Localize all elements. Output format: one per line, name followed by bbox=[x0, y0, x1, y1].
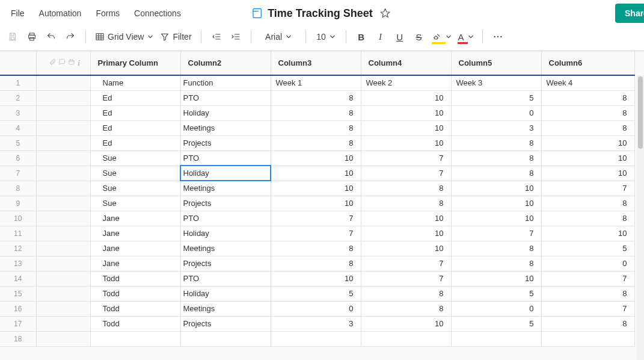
column-header[interactable]: Column4 bbox=[361, 51, 451, 75]
cell[interactable]: 8 bbox=[451, 166, 541, 181]
cell[interactable]: Holiday bbox=[180, 105, 271, 120]
cell[interactable]: Week 3 bbox=[451, 75, 541, 90]
row-gutter[interactable] bbox=[36, 241, 90, 256]
cell[interactable]: 10 bbox=[361, 241, 451, 256]
cell[interactable]: 10 bbox=[541, 151, 634, 166]
cell[interactable]: Todd bbox=[90, 271, 180, 286]
row-gutter[interactable] bbox=[36, 211, 90, 226]
row-gutter[interactable] bbox=[36, 135, 90, 151]
cell[interactable]: Sue bbox=[90, 166, 180, 181]
cell[interactable]: Ed bbox=[90, 105, 180, 120]
cell[interactable]: Ed bbox=[90, 120, 180, 135]
row-number[interactable]: 18 bbox=[0, 331, 36, 346]
cell[interactable]: 10 bbox=[271, 196, 361, 211]
cell[interactable]: 7 bbox=[541, 301, 634, 316]
row-gutter[interactable] bbox=[36, 301, 90, 316]
info-icon[interactable]: i bbox=[78, 58, 80, 68]
cell[interactable]: Projects bbox=[180, 256, 271, 271]
highlight-color-button[interactable] bbox=[429, 28, 454, 45]
print-icon[interactable] bbox=[23, 28, 41, 45]
cell[interactable]: 5 bbox=[271, 286, 361, 301]
cell[interactable]: 7 bbox=[361, 256, 451, 271]
cell[interactable]: PTO bbox=[180, 151, 271, 166]
cell[interactable]: 8 bbox=[541, 286, 634, 301]
row-number[interactable]: 6 bbox=[0, 151, 36, 166]
cell[interactable]: 0 bbox=[451, 105, 541, 120]
row-number[interactable]: 1 bbox=[0, 75, 36, 90]
cell[interactable]: 7 bbox=[541, 181, 634, 196]
cell[interactable]: 10 bbox=[541, 226, 634, 241]
row-number[interactable]: 13 bbox=[0, 256, 36, 271]
row-gutter[interactable] bbox=[36, 151, 90, 166]
row-number[interactable]: 5 bbox=[0, 135, 36, 151]
row-number[interactable]: 4 bbox=[0, 120, 36, 135]
cell[interactable]: 8 bbox=[361, 301, 451, 316]
cell[interactable]: Function bbox=[180, 75, 271, 90]
cell[interactable]: Projects bbox=[180, 135, 271, 151]
cell[interactable]: 10 bbox=[361, 135, 451, 151]
table-row[interactable]: 1NameFunctionWeek 1Week 2Week 3Week 4 bbox=[0, 75, 634, 90]
row-gutter[interactable] bbox=[36, 226, 90, 241]
cell[interactable]: Todd bbox=[90, 301, 180, 316]
text-color-button[interactable]: A bbox=[455, 28, 476, 45]
cell[interactable]: 10 bbox=[451, 271, 541, 286]
cell[interactable]: 8 bbox=[271, 105, 361, 120]
table-row[interactable]: 16ToddMeetings0807 bbox=[0, 301, 634, 316]
cell[interactable]: 8 bbox=[451, 256, 541, 271]
row-number[interactable]: 14 bbox=[0, 271, 36, 286]
cell[interactable]: Sue bbox=[90, 196, 180, 211]
row-header-gutter[interactable]: i bbox=[36, 51, 90, 75]
cell[interactable]: 8 bbox=[271, 135, 361, 151]
cell[interactable]: Holiday bbox=[180, 226, 271, 241]
cell[interactable]: 10 bbox=[541, 135, 634, 151]
cell[interactable]: 10 bbox=[361, 211, 451, 226]
row-gutter[interactable] bbox=[36, 196, 90, 211]
outdent-icon[interactable] bbox=[207, 28, 225, 45]
cell[interactable]: 10 bbox=[361, 90, 451, 105]
grid-view-button[interactable]: Grid View bbox=[92, 28, 156, 45]
cell[interactable]: 7 bbox=[361, 166, 451, 181]
cell[interactable]: 7 bbox=[271, 211, 361, 226]
table-row[interactable]: 8SueMeetings108107 bbox=[0, 181, 634, 196]
cell[interactable]: 3 bbox=[451, 120, 541, 135]
row-number[interactable]: 12 bbox=[0, 241, 36, 256]
cell[interactable]: Jane bbox=[90, 226, 180, 241]
share-button[interactable]: Share bbox=[615, 4, 644, 23]
cell[interactable] bbox=[541, 331, 634, 346]
cell[interactable]: 10 bbox=[361, 120, 451, 135]
cell[interactable]: 8 bbox=[361, 181, 451, 196]
cell[interactable]: Meetings bbox=[180, 181, 271, 196]
cell[interactable]: 5 bbox=[451, 286, 541, 301]
table-row[interactable]: 12JaneMeetings81085 bbox=[0, 241, 634, 256]
cell[interactable]: 10 bbox=[451, 181, 541, 196]
row-number[interactable]: 9 bbox=[0, 196, 36, 211]
column-header[interactable]: Primary Column bbox=[90, 51, 180, 75]
row-gutter[interactable] bbox=[36, 105, 90, 120]
cell[interactable] bbox=[271, 331, 361, 346]
row-gutter[interactable] bbox=[36, 90, 90, 105]
cell[interactable]: Projects bbox=[180, 196, 271, 211]
cell[interactable]: 8 bbox=[361, 196, 451, 211]
cell[interactable]: 8 bbox=[451, 135, 541, 151]
attachment-icon[interactable] bbox=[49, 58, 56, 68]
cell[interactable]: Week 4 bbox=[541, 75, 634, 90]
favorite-star-icon[interactable] bbox=[378, 5, 393, 21]
cell[interactable]: 10 bbox=[271, 166, 361, 181]
cell[interactable]: Meetings bbox=[180, 241, 271, 256]
reminder-icon[interactable] bbox=[68, 58, 75, 68]
cell[interactable]: Sue bbox=[90, 151, 180, 166]
cell[interactable] bbox=[451, 331, 541, 346]
cell[interactable]: Meetings bbox=[180, 301, 271, 316]
menu-automation[interactable]: Automation bbox=[33, 5, 88, 22]
cell[interactable]: PTO bbox=[180, 211, 271, 226]
cell[interactable]: 8 bbox=[271, 90, 361, 105]
table-row[interactable]: 14ToddPTO107107 bbox=[0, 271, 634, 286]
cell[interactable]: PTO bbox=[180, 90, 271, 105]
cell[interactable]: 8 bbox=[541, 105, 634, 120]
row-number[interactable]: 17 bbox=[0, 316, 36, 331]
cell[interactable]: 8 bbox=[541, 316, 634, 331]
cell[interactable]: 8 bbox=[541, 120, 634, 135]
more-icon[interactable] bbox=[489, 28, 507, 45]
row-number[interactable]: 3 bbox=[0, 105, 36, 120]
save-icon[interactable] bbox=[4, 28, 22, 45]
